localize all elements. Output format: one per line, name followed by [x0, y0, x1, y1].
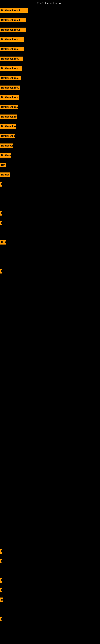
empty-row — [0, 334, 100, 344]
empty-row — [0, 604, 100, 614]
empty-row — [0, 324, 100, 334]
site-title: TheBottlenecker.com — [0, 0, 100, 6]
bottleneck-item: E — [0, 546, 100, 556]
bottleneck-item: | — [0, 218, 100, 228]
bottleneck-item: | — [0, 614, 100, 624]
bottleneck-label: Bottleneck re — [0, 124, 16, 128]
empty-row — [0, 527, 100, 537]
bottleneck-label: Bot — [0, 163, 6, 167]
empty-row — [0, 228, 100, 238]
empty-row — [0, 199, 100, 208]
bottleneck-item: Bottleneck resu — [0, 54, 100, 64]
bottleneck-label: B — [0, 578, 2, 582]
empty-row — [0, 344, 100, 354]
bottleneck-label: Bottleneck resul — [0, 28, 26, 32]
bottleneck-label: Bottleneck resu — [0, 76, 21, 80]
bottleneck-label: Bottleneck resu — [0, 105, 18, 109]
bottleneck-item: Bottleneck resu — [0, 44, 100, 54]
bottleneck-label: Bottleneck resu — [0, 47, 24, 51]
bottleneck-label: E — [0, 269, 2, 274]
bottleneck-item: Bottleneck resul — [0, 25, 100, 34]
bottleneck-item: Bottleneck re — [0, 122, 100, 131]
bottleneck-label: Bo — [0, 598, 3, 602]
empty-row — [0, 247, 100, 257]
bottleneck-label: Bottleneck resul — [0, 18, 26, 22]
bottleneck-item: Bottlene — [0, 150, 100, 160]
bottleneck-label: E — [0, 549, 2, 554]
bottleneck-item: | — [0, 556, 100, 566]
empty-row — [0, 431, 100, 440]
bottleneck-label: Bottleneck resu — [0, 95, 19, 100]
empty-row — [0, 518, 100, 527]
bottleneck-item: E — [0, 266, 100, 276]
empty-row — [0, 566, 100, 576]
bottleneck-item: Bottlen — [0, 170, 100, 180]
empty-row — [0, 354, 100, 363]
bottleneck-label: Bottlene — [0, 153, 11, 158]
bottleneck-item: Bottleneck resu — [0, 92, 100, 102]
empty-row — [0, 460, 100, 469]
bottleneck-label: Bott — [0, 240, 6, 244]
bottleneck-item: B — [0, 208, 100, 218]
bottleneck-label: B — [0, 182, 2, 186]
bottleneck-label: B — [0, 211, 2, 216]
bottleneck-item: B — [0, 576, 100, 585]
bottleneck-item: Bottleneck resu — [0, 64, 100, 73]
bottleneck-label: Bottlen — [0, 172, 10, 177]
empty-row — [0, 469, 100, 479]
empty-row — [0, 257, 100, 266]
bottleneck-item: B — [0, 180, 100, 189]
empty-row — [0, 421, 100, 431]
bottleneck-item: Bottleneck resu — [0, 34, 100, 44]
empty-row — [0, 508, 100, 518]
bottleneck-label: Bottleneck re — [0, 134, 15, 138]
empty-row — [0, 392, 100, 402]
empty-row — [0, 479, 100, 489]
bottleneck-label: Bottleneck res — [0, 114, 17, 119]
empty-row — [0, 276, 100, 286]
bottleneck-label: Bottleneck resu — [0, 66, 22, 71]
bottleneck-label: B — [0, 588, 2, 592]
empty-row — [0, 498, 100, 508]
empty-row — [0, 537, 100, 546]
bottleneck-item: Bottleneck resul — [0, 15, 100, 25]
bottleneck-label: Bottleneck r — [0, 144, 13, 148]
bottleneck-item: Bottleneck resu — [0, 73, 100, 83]
bottleneck-item: Bo — [0, 595, 100, 604]
empty-row — [0, 189, 100, 199]
bottleneck-label: | — [0, 221, 2, 225]
bottleneck-label: Bottleneck result — [0, 8, 28, 13]
items-container: Bottleneck resultBottleneck resulBottlen… — [0, 6, 100, 624]
bottleneck-label: | — [0, 617, 2, 621]
bottleneck-label: | — [0, 559, 2, 563]
empty-row — [0, 315, 100, 324]
bottleneck-item: Bot — [0, 160, 100, 170]
empty-row — [0, 489, 100, 498]
bottleneck-label: Bottleneck resu — [0, 86, 20, 90]
bottleneck-label: Bottleneck resu — [0, 37, 24, 42]
empty-row — [0, 402, 100, 411]
empty-row — [0, 363, 100, 373]
bottleneck-item: Bottleneck resu — [0, 83, 100, 92]
empty-row — [0, 411, 100, 421]
bottleneck-item: Bottleneck resu — [0, 102, 100, 112]
bottleneck-label: Bottleneck resu — [0, 56, 23, 61]
empty-row — [0, 450, 100, 460]
bottleneck-item: Bottleneck result — [0, 6, 100, 15]
bottleneck-item: Bott — [0, 238, 100, 247]
empty-row — [0, 382, 100, 392]
empty-row — [0, 305, 100, 315]
bottleneck-item: B — [0, 585, 100, 595]
empty-row — [0, 296, 100, 305]
bottleneck-item: Bottleneck re — [0, 131, 100, 141]
bottleneck-item: Bottleneck res — [0, 112, 100, 122]
empty-row — [0, 440, 100, 450]
empty-row — [0, 373, 100, 382]
bottleneck-item: Bottleneck r — [0, 141, 100, 150]
empty-row — [0, 286, 100, 296]
